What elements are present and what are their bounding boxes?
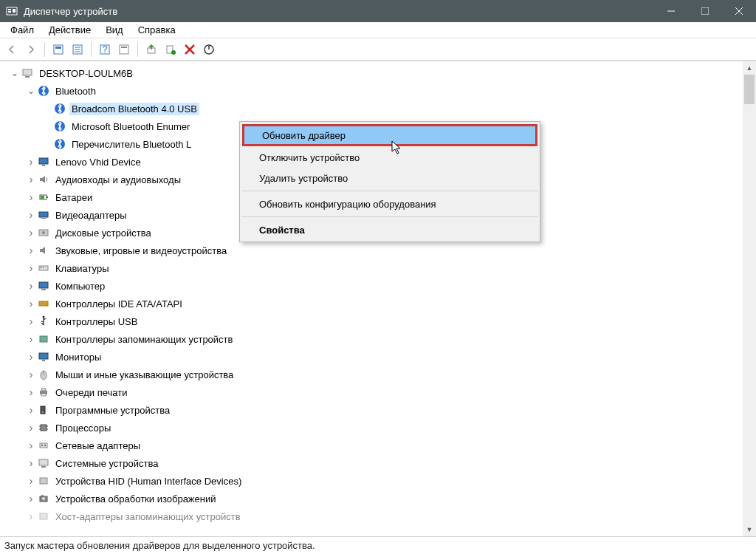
ctx-disable-device[interactable]: Отключить устройство: [241, 147, 538, 168]
tree-category[interactable]: Хост-адаптеры запоминающих устройств: [0, 507, 743, 525]
expand-icon[interactable]: [25, 457, 37, 469]
expand-icon[interactable]: [25, 174, 37, 185]
expand-icon[interactable]: [25, 227, 37, 239]
toolbar-show-hidden[interactable]: [49, 41, 67, 58]
tree-category[interactable]: Мыши и иные указывающие устройства: [0, 366, 743, 383]
toolbar-update-driver[interactable]: [142, 41, 160, 58]
scroll-down-icon[interactable]: ▼: [743, 523, 756, 536]
tree-category[interactable]: Очереди печати: [0, 383, 743, 401]
tree-category[interactable]: Контроллеры запоминающих устройств: [0, 330, 743, 348]
ctx-properties[interactable]: Свойства: [241, 219, 538, 240]
svg-rect-30: [39, 158, 48, 164]
tree-label: Программные устройства: [53, 404, 172, 417]
svg-rect-36: [41, 218, 47, 219]
toolbar-properties[interactable]: [115, 41, 133, 58]
svg-rect-66: [41, 466, 46, 468]
ctx-label: Отключить устройство: [259, 152, 360, 163]
ctx-update-driver[interactable]: Обновить драйвер: [242, 124, 537, 146]
toolbar-help[interactable]: ?: [96, 41, 114, 58]
status-bar: Запуск мастера обновления драйверов для …: [0, 536, 756, 554]
ctx-label: Удалить устройство: [259, 173, 348, 184]
expand-icon[interactable]: [25, 262, 37, 274]
toolbar-uninstall[interactable]: [181, 41, 199, 58]
tree-category[interactable]: Контроллеры IDE ATA/ATAPI: [0, 295, 743, 312]
tree-device-selected[interactable]: Broadcom Bluetooth 4.0 USB: [0, 100, 743, 117]
ctx-remove-device[interactable]: Удалить устройство: [241, 168, 538, 188]
toolbar-back[interactable]: [3, 41, 21, 58]
svg-rect-2: [8, 11, 11, 13]
tree-category[interactable]: Процессоры: [0, 419, 743, 437]
storage-controller-icon: [37, 332, 50, 346]
expand-icon[interactable]: [9, 68, 21, 78]
expand-icon[interactable]: [25, 422, 37, 434]
minimize-button[interactable]: [654, 0, 688, 22]
tree-category[interactable]: Сетевые адаптеры: [0, 437, 743, 454]
expand-icon[interactable]: [25, 156, 37, 168]
tree-root[interactable]: DESKTOP-LOULM6B: [0, 64, 743, 82]
expand-icon[interactable]: [25, 369, 37, 380]
menu-view[interactable]: Вид: [98, 23, 131, 37]
expand-icon[interactable]: [25, 298, 37, 310]
tree-category[interactable]: Звуковые, игровые и видеоустройства: [0, 242, 743, 259]
expand-icon[interactable]: [25, 191, 37, 203]
software-device-icon: [37, 403, 50, 417]
expand-icon[interactable]: [25, 404, 37, 416]
tree-category[interactable]: Устройства HID (Human Interface Devices): [0, 472, 743, 490]
ctx-separator: [241, 191, 538, 191]
expand-icon[interactable]: [25, 280, 37, 292]
svg-rect-57: [41, 425, 47, 431]
maximize-button[interactable]: [688, 0, 722, 22]
expand-icon[interactable]: [25, 86, 37, 96]
svg-rect-48: [39, 353, 48, 359]
expand-icon[interactable]: [25, 333, 37, 345]
tree-category[interactable]: Контроллеры USB: [0, 312, 743, 330]
scroll-up-icon[interactable]: ▲: [743, 61, 756, 75]
tree-category[interactable]: Мониторы: [0, 348, 743, 366]
vertical-scrollbar[interactable]: ▲ ▼: [743, 61, 756, 536]
tree-label: Устройства обработки изображений: [53, 493, 219, 505]
tree-category[interactable]: Устройства обработки изображений: [0, 490, 743, 507]
close-button[interactable]: [722, 0, 756, 22]
expand-icon[interactable]: [25, 209, 37, 221]
scroll-thumb[interactable]: [744, 75, 755, 104]
tree-category-bluetooth[interactable]: Bluetooth: [0, 82, 743, 100]
expand-icon[interactable]: [25, 440, 37, 451]
expand-icon[interactable]: [25, 493, 37, 505]
tree-category[interactable]: Системные устройства: [0, 454, 743, 472]
menu-action[interactable]: Действие: [41, 23, 98, 37]
audio-icon: [37, 173, 50, 186]
tree-label: Батареи: [53, 191, 94, 204]
toolbar-scan[interactable]: [162, 41, 179, 58]
computer-icon: [21, 66, 34, 80]
expand-icon[interactable]: [25, 244, 37, 256]
expand-icon[interactable]: [25, 386, 37, 398]
svg-rect-35: [39, 212, 48, 217]
expand-icon[interactable]: [25, 315, 37, 327]
tree-label: Клавиатуры: [53, 262, 111, 275]
titlebar: Диспетчер устройств: [0, 0, 756, 22]
menu-help[interactable]: Справка: [131, 23, 183, 37]
tree-category[interactable]: Программные устройства: [0, 401, 743, 419]
bluetooth-icon: [53, 137, 66, 151]
svg-rect-47: [40, 336, 47, 342]
expand-icon[interactable]: [25, 510, 37, 522]
ctx-scan-hardware[interactable]: Обновить конфигурацию оборудования: [241, 194, 538, 214]
system-device-icon: [37, 456, 50, 470]
svg-rect-54: [41, 394, 46, 396]
expand-icon[interactable]: [25, 351, 37, 363]
toolbar-separator: [44, 42, 45, 57]
toolbar-details[interactable]: [69, 41, 86, 58]
svg-text:?: ?: [102, 44, 107, 55]
expand-icon[interactable]: [25, 475, 37, 487]
svg-rect-25: [25, 76, 30, 78]
tree-category[interactable]: Клавиатуры: [0, 259, 743, 277]
toolbar-disable[interactable]: [200, 41, 218, 58]
menu-file[interactable]: Файл: [3, 23, 41, 37]
cpu-icon: [37, 421, 50, 434]
svg-rect-64: [44, 445, 46, 446]
tree-label: Контроллеры USB: [53, 315, 140, 328]
tree-category[interactable]: Компьютер: [0, 277, 743, 295]
svg-rect-5: [701, 7, 709, 15]
toolbar-forward[interactable]: [22, 41, 40, 58]
svg-rect-9: [55, 47, 61, 49]
